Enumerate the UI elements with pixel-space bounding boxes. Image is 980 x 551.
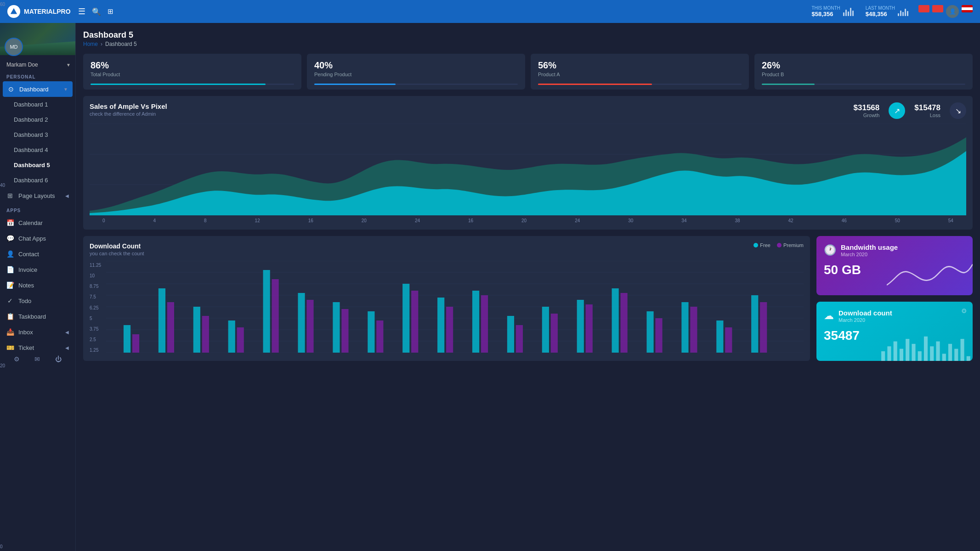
loss-label: Loss bbox=[914, 112, 940, 118]
this-month-label: THIS MONTH bbox=[812, 6, 840, 11]
sidebar-item-calendar[interactable]: 📅 Calendar bbox=[0, 215, 75, 231]
user-name-row[interactable]: Markam Doe ▼ bbox=[0, 60, 75, 70]
bar-premium-11 bbox=[481, 295, 488, 353]
invoice-label: Invoice bbox=[18, 266, 37, 273]
download-title-block: Download Count you can check the count bbox=[90, 242, 144, 256]
download-header: Download Count you can check the count F… bbox=[90, 242, 804, 256]
gear-icon[interactable]: ⚙ bbox=[961, 307, 967, 315]
sidebar-item-ticket[interactable]: 🎫 Ticket ◀ bbox=[0, 340, 75, 355]
bandwidth-icon: 🕐 bbox=[824, 244, 836, 256]
stat-bar-3 bbox=[762, 84, 965, 85]
grid-icon[interactable]: ⊞ bbox=[108, 7, 113, 16]
breadcrumb-home[interactable]: Home bbox=[83, 41, 98, 47]
sales-chart-svg bbox=[90, 124, 966, 215]
last-month-stats: LAST MONTH $48,356 bbox=[866, 6, 908, 17]
stat-percent-3: 26% bbox=[762, 60, 965, 71]
sidebar-dashboard-label: Dashboard bbox=[19, 86, 49, 93]
bar-premium-12 bbox=[516, 325, 523, 353]
stat-bar-fill-0 bbox=[91, 84, 266, 85]
sidebar-item-dashboard5[interactable]: Dashboard 5 bbox=[0, 157, 75, 173]
sidebar-item-chat[interactable]: 💬 Chat Apps bbox=[0, 231, 75, 246]
power-icon[interactable]: ⏻ bbox=[55, 355, 62, 363]
download-chart-svg bbox=[106, 261, 804, 353]
download-right-subtitle: March 2020 bbox=[838, 317, 892, 323]
loss-icon-btn[interactable]: ↘ bbox=[950, 102, 966, 119]
stat-card-1: 40% Pending Product bbox=[307, 54, 525, 90]
svg-rect-16 bbox=[894, 341, 897, 361]
bar-premium-7 bbox=[341, 309, 348, 353]
bar-free-16 bbox=[646, 311, 653, 353]
last-month-label: LAST MONTH bbox=[866, 6, 895, 11]
sales-chart-title: Sales of Ample Vs Pixel bbox=[90, 102, 167, 110]
sidebar-item-taskboard[interactable]: 📋 Taskboard bbox=[0, 309, 75, 324]
stat-label-1: Pending Product bbox=[314, 72, 518, 77]
sidebar-item-page-layouts[interactable]: ⊞ Page Layouts ◀ bbox=[0, 188, 75, 203]
bar-premium-15 bbox=[621, 293, 628, 353]
sidebar-item-dashboard6[interactable]: Dashboard 6 bbox=[0, 173, 75, 188]
user-initials: MD bbox=[10, 44, 17, 50]
stat-card-2: 56% Product A bbox=[531, 54, 749, 90]
legend-premium: Premium bbox=[777, 242, 804, 248]
sales-chart-subtitle: check the difference of Admin bbox=[90, 111, 167, 117]
sidebar-item-todo[interactable]: ✓ Todo bbox=[0, 293, 75, 309]
stat-label-3: Product B bbox=[762, 72, 965, 77]
bandwidth-title: Bandwidth usage bbox=[841, 243, 898, 251]
bar-free-10 bbox=[437, 298, 444, 353]
sales-metrics: $31568 Growth ↗ $15478 Loss ↘ bbox=[854, 102, 966, 119]
bar-premium-4 bbox=[237, 327, 244, 353]
growth-metric: $31568 Growth bbox=[854, 103, 880, 118]
topnav-icons: ☰ 🔍 ⊞ bbox=[78, 6, 113, 17]
download-right-title: Download count bbox=[838, 309, 892, 317]
bar-premium-16 bbox=[655, 318, 662, 353]
svg-rect-26 bbox=[954, 349, 958, 361]
sidebar-item-dashboard[interactable]: ⊙ Dashboard ▼ bbox=[3, 81, 73, 97]
inbox-label: Inbox bbox=[18, 329, 33, 336]
sales-chart-area bbox=[90, 124, 966, 217]
svg-rect-19 bbox=[912, 343, 915, 361]
sidebar-item-dashboard3[interactable]: Dashboard 3 bbox=[0, 127, 75, 142]
chevron-icon-inbox: ◀ bbox=[65, 330, 69, 335]
stat-percent-2: 56% bbox=[538, 60, 742, 71]
sidebar-item-dashboard4[interactable]: Dashboard 4 bbox=[0, 142, 75, 157]
search-icon[interactable]: 🔍 bbox=[92, 7, 101, 16]
svg-rect-15 bbox=[887, 346, 891, 361]
download-right-header: ☁ Download count March 2020 bbox=[824, 309, 965, 323]
dashboard4-label: Dashboard 4 bbox=[14, 146, 48, 153]
sales-chart-xaxis: 0481216202416202430343842465054 bbox=[90, 217, 966, 223]
bar-free-9 bbox=[402, 284, 409, 353]
stat-percent-0: 86% bbox=[91, 60, 294, 71]
stat-bar-0 bbox=[91, 84, 294, 85]
svg-rect-28 bbox=[967, 356, 970, 361]
svg-rect-27 bbox=[960, 339, 964, 361]
stat-cards-grid: 86% Total Product 40% Pending Product 56… bbox=[83, 54, 973, 90]
stat-bar-fill-1 bbox=[314, 84, 396, 85]
settings-icon[interactable]: ⚙ bbox=[14, 355, 20, 363]
legend-free-label: Free bbox=[760, 242, 770, 248]
flag-icons: 👤 bbox=[918, 5, 973, 18]
download-chart-container: 11.25 10 8.75 7.5 6.25 5 3.75 2.5 1.25 bbox=[90, 261, 804, 354]
sidebar-item-dashboard1[interactable]: Dashboard 1 bbox=[0, 97, 75, 112]
svg-rect-20 bbox=[918, 351, 922, 361]
email-icon[interactable]: ✉ bbox=[34, 355, 40, 363]
download-legend: Free Premium bbox=[753, 242, 804, 248]
sidebar-item-invoice[interactable]: 📄 Invoice bbox=[0, 262, 75, 277]
sidebar-item-notes[interactable]: 📝 Notes bbox=[0, 277, 75, 293]
sidebar-item-dashboard2[interactable]: Dashboard 2 bbox=[0, 112, 75, 127]
loss-metric: $15478 Loss bbox=[914, 103, 940, 118]
download-chart-title: Download Count bbox=[90, 242, 144, 250]
breadcrumb: Home › Dashboard 5 bbox=[83, 41, 973, 47]
growth-icon-btn[interactable]: ↗ bbox=[889, 102, 905, 119]
svg-rect-21 bbox=[924, 336, 928, 361]
chat-label: Chat Apps bbox=[18, 235, 46, 242]
menu-icon[interactable]: ☰ bbox=[78, 6, 85, 17]
bandwidth-card: 🕐 Bandwidth usage March 2020 50 GB bbox=[816, 236, 973, 295]
bar-premium-8 bbox=[376, 320, 383, 353]
last-month-chart bbox=[898, 7, 908, 16]
stat-bar-2 bbox=[538, 84, 742, 85]
download-right-card: ⚙ ☁ Download count March 2020 35487 bbox=[816, 302, 973, 361]
user-section: MD bbox=[0, 23, 75, 60]
sidebar-item-contact[interactable]: 👤 Contact bbox=[0, 246, 75, 262]
sidebar-item-inbox[interactable]: 📥 Inbox ◀ bbox=[0, 324, 75, 340]
stat-card-0: 86% Total Product bbox=[83, 54, 301, 90]
chevron-icon-ticket: ◀ bbox=[65, 345, 69, 350]
